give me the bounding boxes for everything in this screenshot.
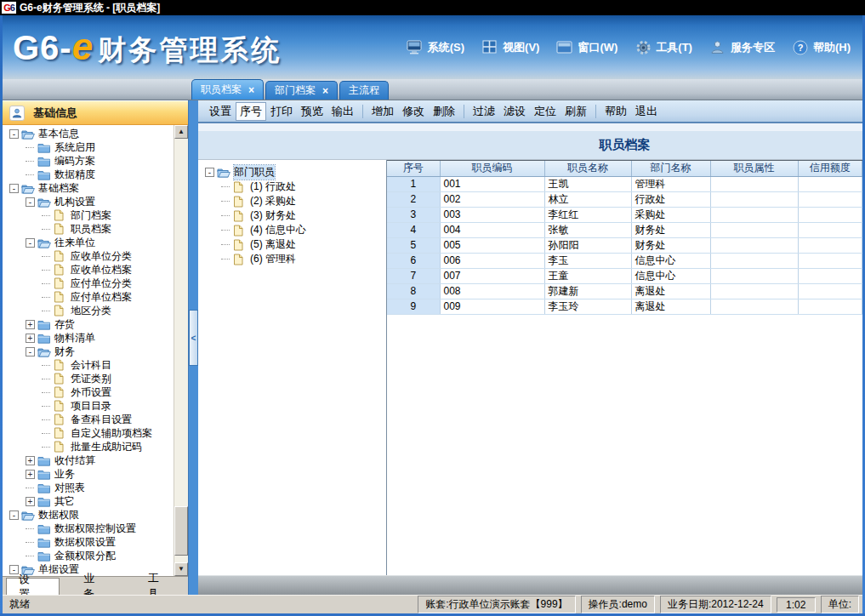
tree-item[interactable]: (6) 管理科 [198,252,386,266]
toolbar-button[interactable]: 帮助 [600,102,631,121]
tree-item[interactable]: 数据权限控制设置 [3,522,174,535]
expand-minus-icon[interactable]: - [26,238,35,248]
expand-plus-icon[interactable]: + [26,456,35,465]
tab-2[interactable]: 主流程 [339,81,389,100]
tree-item[interactable]: 数据权限设置 [3,535,174,549]
table-row[interactable]: 4004张敏财务处 [387,222,862,237]
expand-minus-icon[interactable]: - [9,129,19,139]
toolbar-button[interactable]: 过滤 [469,102,499,121]
table-row[interactable]: 2002林立行政处 [387,191,862,207]
toolbar-button[interactable]: 设置 [205,102,236,121]
tree-item[interactable]: 项目目录 [3,399,174,413]
tree-item[interactable]: 自定义辅助项档案 [3,426,174,440]
tree-item[interactable]: -单据设置 [3,562,174,576]
tree-item[interactable]: -数据权限 [3,508,174,522]
tree-item[interactable]: 金额权限分配 [3,549,174,562]
table-row[interactable]: 1001王凯管理科 [387,176,862,191]
scroll-down-button[interactable]: ▼ [174,562,188,576]
column-header[interactable]: 部门名称 [631,161,710,176]
toolbar-button[interactable]: 定位 [530,102,561,121]
expand-minus-icon[interactable]: - [9,184,19,193]
tree-item[interactable]: +业务 [3,467,174,481]
table-row[interactable]: 9009李玉玲离退处 [387,299,862,314]
expand-minus-icon[interactable]: - [9,565,19,574]
menu-item-1[interactable]: 视图(V) [481,40,539,55]
toolbar-button[interactable]: 刷新 [561,102,591,121]
toolbar-button[interactable]: 修改 [398,102,429,121]
expand-minus-icon[interactable]: - [9,510,19,520]
expand-minus-icon[interactable]: - [26,197,35,207]
column-header[interactable]: 信用额度 [798,161,862,176]
toolbar-button[interactable]: 输出 [327,102,358,121]
toolbar-button[interactable]: 滤设 [499,102,530,121]
collapse-handle[interactable]: < [189,310,198,366]
toolbar-button[interactable]: 打印 [266,102,297,121]
tree-item[interactable]: -基础档案 [3,181,174,195]
toolbar-button[interactable]: 删除 [429,102,459,121]
expand-plus-icon[interactable]: + [26,497,35,506]
menu-item-2[interactable]: 窗口(W) [556,40,617,55]
tree-item[interactable]: +其它 [3,494,174,508]
tree-item[interactable]: -机构设置 [3,195,174,208]
tree-item[interactable]: (3) 财务处 [198,208,386,223]
tree-item[interactable]: 系统启用 [3,140,174,154]
tab-close-icon[interactable]: × [248,84,254,96]
tree-item[interactable]: -基本信息 [3,127,174,140]
menu-item-5[interactable]: ?帮助(H) [792,40,851,55]
splitter-bar[interactable]: < [189,100,198,595]
menu-item-3[interactable]: 工具(T) [635,40,692,55]
tree-item[interactable]: 应收单位档案 [3,263,174,277]
scroll-up-button[interactable]: ▲ [174,125,188,139]
tree-item[interactable]: 应付单位分类 [3,277,174,290]
toolbar-button[interactable]: 退出 [631,102,662,121]
toolbar-button[interactable]: 序号 [236,102,266,121]
scroll-thumb[interactable] [174,506,188,556]
column-header[interactable]: 职员编码 [440,161,544,176]
tree-item[interactable]: 凭证类别 [3,372,174,385]
table-row[interactable]: 7007王童信息中心 [387,268,862,283]
tab-close-icon[interactable]: × [322,85,328,97]
sidebar-tab-1[interactable]: 业 务 [71,577,123,595]
table-row[interactable]: 6006李玉信息中心 [387,253,862,268]
column-header[interactable]: 职员属性 [710,161,798,176]
table-row[interactable]: 8008郭建新离退处 [387,283,862,299]
table-row[interactable]: 3003李红红采购处 [387,207,862,222]
tree-item[interactable]: 地区分类 [3,304,174,317]
tree-item[interactable]: 部门档案 [3,208,174,222]
tree-item[interactable]: 数据精度 [3,168,174,181]
tree-item[interactable]: 会计科目 [3,358,174,372]
toolbar-button[interactable]: 增加 [367,102,398,121]
tree-item[interactable]: 编码方案 [3,154,174,168]
tree-item[interactable]: (5) 离退处 [198,237,386,252]
tab-0[interactable]: 职员档案× [191,79,264,100]
sidebar-scrollbar[interactable]: ▲ ▼ [174,125,188,576]
tree-item[interactable]: (2) 采购处 [198,194,386,208]
expand-plus-icon[interactable]: + [26,470,35,479]
tree-item[interactable]: 批量生成助记码 [3,440,174,453]
expand-minus-icon[interactable]: - [26,347,35,356]
expand-minus-icon[interactable]: - [205,168,214,177]
expand-plus-icon[interactable]: + [26,334,35,343]
tree-item[interactable]: 应付单位档案 [3,290,174,304]
tree-item[interactable]: -往来单位 [3,236,174,249]
tree-item[interactable]: 外币设置 [3,385,174,399]
tree-item[interactable]: 应收单位分类 [3,249,174,263]
tree-item[interactable]: (1) 行政处 [198,180,386,194]
menu-item-4[interactable]: 服务专区 [709,40,775,55]
tree-item[interactable]: +存货 [3,317,174,331]
tree-item[interactable]: 职员档案 [3,222,174,236]
table-row[interactable]: 5005孙阳阳财务处 [387,237,862,253]
tree-item[interactable]: (4) 信息中心 [198,223,386,237]
menu-item-0[interactable]: 系统(S) [407,40,464,55]
expand-plus-icon[interactable]: + [26,320,35,329]
tree-item[interactable]: -部门职员 [198,165,386,180]
tree-item[interactable]: 备查科目设置 [3,413,174,426]
tree-item[interactable]: +收付结算 [3,453,174,467]
sidebar-tab-0[interactable]: 设 置 [6,578,60,595]
tree-item[interactable]: +物料清单 [3,331,174,345]
tab-1[interactable]: 部门档案× [265,81,338,100]
column-header[interactable]: 职员名称 [544,161,631,176]
column-header[interactable]: 序号 [387,161,440,176]
tree-item[interactable]: -财务 [3,345,174,358]
sidebar-tab-2[interactable]: 工 具 [136,577,188,595]
